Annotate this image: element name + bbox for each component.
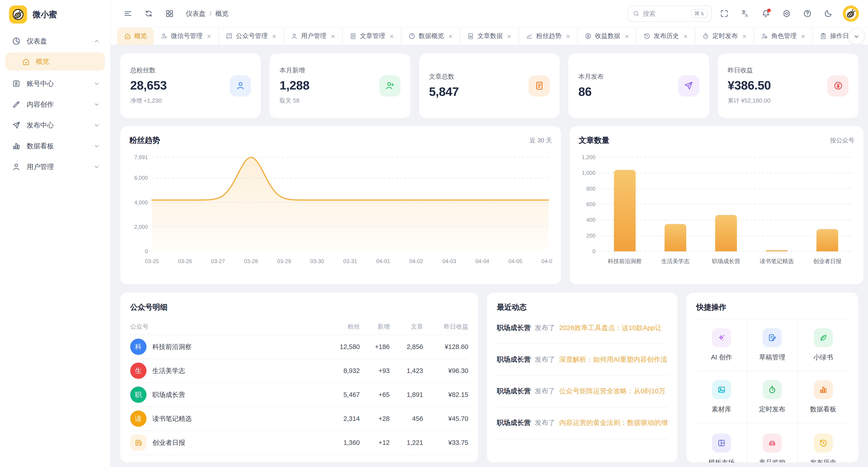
close-icon[interactable] <box>742 34 747 39</box>
quick-action-data-board[interactable]: 数据看板 <box>798 371 848 423</box>
sidebar-item-user-management[interactable]: 用户管理 <box>0 156 110 177</box>
tab-mp-accounts[interactable]: 公众号管理 <box>218 28 283 45</box>
apps-grid-button[interactable] <box>161 6 178 21</box>
svg-text:03-28: 03-28 <box>244 258 258 264</box>
quick-action-ai-create[interactable]: AI 创作 <box>696 319 747 371</box>
notifications-button[interactable] <box>758 6 774 21</box>
tab-revenue-data[interactable]: 收益数据 <box>577 28 636 45</box>
article-link[interactable]: 深度解析：如何用AI重塑内容创作流 <box>559 355 667 364</box>
sidebar-item-dashboard[interactable]: 仪表盘 <box>0 31 110 52</box>
quick-action-draft-management[interactable]: 草稿管理 <box>747 319 798 371</box>
table-row[interactable]: 生生活美学志 8,932 +93 1,423 ¥96.30 <box>130 359 468 383</box>
article-link[interactable]: 2026效率工具盘点：这10款App让 <box>559 324 662 332</box>
user-icon <box>230 75 251 96</box>
chevron-down-icon <box>93 80 100 87</box>
sparkles-icon <box>712 328 731 347</box>
article-link[interactable]: 内容运营的黄金法则：数据驱动的增 <box>559 418 668 427</box>
quick-action-publish-history[interactable]: 发布历史 <box>798 423 848 463</box>
activity-title: 最近动态 <box>497 303 668 312</box>
user-plus-icon <box>379 75 401 96</box>
app-logo[interactable]: 微小蜜 <box>0 0 110 28</box>
svg-text:03-25: 03-25 <box>145 258 159 264</box>
breadcrumb-current: 概览 <box>215 9 228 18</box>
quick-action-xiaolvshu[interactable]: 小绿书 <box>798 319 848 371</box>
tab-publish-history[interactable]: 发布历史 <box>636 28 695 45</box>
table-row[interactable]: 读读书笔记精选 2,314 +28 456 ¥45.70 <box>130 407 468 431</box>
close-icon[interactable] <box>331 34 336 39</box>
table-row[interactable]: 创业者日报 1,360 +12 1,221 ¥33.75 <box>130 431 468 455</box>
close-icon[interactable] <box>272 34 277 39</box>
tab-scheduled-publish[interactable]: 定时发布 <box>695 28 754 45</box>
tab-user-management[interactable]: 用户管理 <box>283 28 342 45</box>
tab-list-dropdown-button[interactable] <box>848 29 864 44</box>
chart-title: 粉丝趋势 <box>129 135 160 146</box>
user-heart-icon <box>160 33 168 40</box>
chevron-down-icon <box>852 33 860 40</box>
chart-title: 文章数量 <box>579 135 610 146</box>
close-icon[interactable] <box>683 34 688 39</box>
quick-action-scheduled-publish[interactable]: 定时发布 <box>747 371 798 423</box>
tab-wechat-accounts[interactable]: 微信号管理 <box>154 28 218 45</box>
file-chart-icon <box>467 33 474 40</box>
sidebar-item-data-board[interactable]: 数据看板 <box>0 136 110 156</box>
svg-text:6,000: 6,000 <box>134 175 148 181</box>
history-icon <box>814 434 833 453</box>
history-icon <box>643 33 651 40</box>
svg-text:0: 0 <box>145 248 148 254</box>
close-icon[interactable] <box>801 34 806 39</box>
tab-fan-trend[interactable]: 粉丝趋势 <box>519 28 577 45</box>
article-link[interactable]: 公众号矩阵运营全攻略：从0到10万 <box>559 387 665 396</box>
user-icon <box>291 33 298 40</box>
close-icon[interactable] <box>507 34 512 39</box>
help-icon <box>803 9 812 18</box>
period-filter-link[interactable]: 近 30 天 <box>530 136 552 145</box>
yen-icon <box>585 33 592 40</box>
quick-action-media-library[interactable]: 素材库 <box>696 371 747 423</box>
svg-text:0: 0 <box>592 248 595 254</box>
tab-article-data[interactable]: 文章数据 <box>460 28 519 45</box>
close-icon[interactable] <box>389 34 394 39</box>
tab-data-overview[interactable]: 数据概览 <box>401 28 460 45</box>
quick-action-competitor-monitor[interactable]: 竞品监控 <box>747 423 798 463</box>
user-avatar[interactable] <box>843 5 859 22</box>
tab-role-management[interactable]: 角色管理 <box>754 28 812 45</box>
quick-action-template-market[interactable]: 模板市场 <box>696 423 747 463</box>
search-box[interactable]: ⌘ k <box>627 5 712 22</box>
sidebar-item-overview[interactable]: 概览 <box>5 53 105 70</box>
help-button[interactable] <box>799 6 815 21</box>
close-icon[interactable] <box>565 34 570 39</box>
menu-collapse-button[interactable] <box>120 6 136 21</box>
table-row[interactable]: 职职场成长营 5,467 +65 1,891 ¥82.15 <box>130 383 468 407</box>
close-icon[interactable] <box>207 34 212 39</box>
bee-avatar-icon <box>843 5 859 22</box>
group-filter-link[interactable]: 按公众号 <box>830 136 855 145</box>
account-detail-card: 公众号明细 公众号 粉丝 新增 文章 昨日收益 科科技前沿洞察 12,580 <box>120 292 479 463</box>
gauge-icon <box>408 33 415 40</box>
notification-dot <box>767 8 771 12</box>
dark-mode-button[interactable] <box>820 6 836 21</box>
close-icon[interactable] <box>624 34 629 39</box>
svg-text:400: 400 <box>586 217 595 223</box>
svg-text:04-05: 04-05 <box>508 258 522 264</box>
svg-text:04-06: 04-06 <box>541 258 552 264</box>
avatar: 职 <box>130 386 147 403</box>
fullscreen-button[interactable] <box>716 6 733 21</box>
user-cog-icon <box>761 33 768 40</box>
search-input[interactable] <box>643 10 687 17</box>
sidebar-item-content-creation[interactable]: 内容创作 <box>0 94 110 115</box>
breadcrumb-section[interactable]: 仪表盘 <box>186 9 206 18</box>
tab-overview[interactable]: 概览 <box>117 28 154 45</box>
refresh-button[interactable] <box>141 6 157 21</box>
settings-button[interactable] <box>778 6 795 21</box>
table-row[interactable]: 科科技前沿洞察 12,580 +186 2,856 ¥128.60 <box>130 335 468 359</box>
language-button[interactable] <box>737 6 753 21</box>
activity-item: 职场成长营 发布了 公众号矩阵运营全攻略：从0到10万 <box>497 376 668 407</box>
sidebar-item-account-center[interactable]: 账号中心 <box>0 73 110 94</box>
layout-icon <box>712 434 731 453</box>
svg-text:2,000: 2,000 <box>134 224 148 230</box>
chevron-down-icon <box>93 163 100 170</box>
svg-text:04-03: 04-03 <box>442 258 456 264</box>
tab-article-management[interactable]: 文章管理 <box>342 28 401 45</box>
sidebar-item-publish-center[interactable]: 发布中心 <box>0 115 110 136</box>
close-icon[interactable] <box>448 34 453 39</box>
